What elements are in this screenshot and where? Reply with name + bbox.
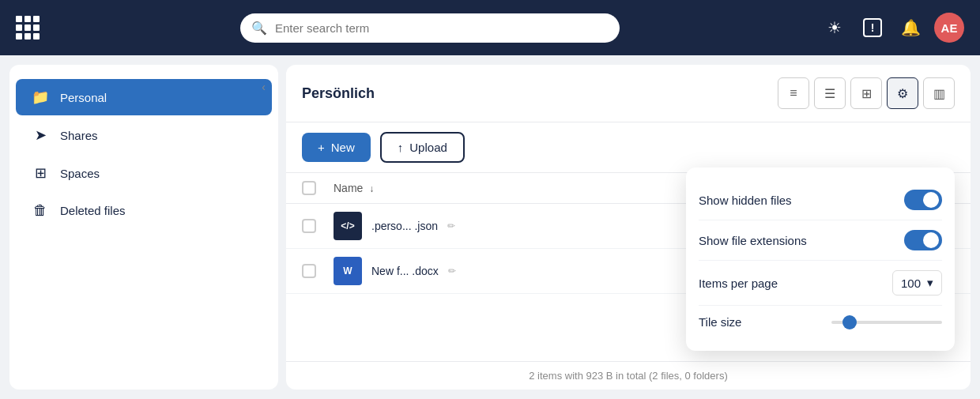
file-checkbox-1[interactable] <box>302 219 334 233</box>
sidebar: ‹ 📁 Personal ➤ Shares ⊞ Spaces 🗑 Deleted… <box>9 65 278 390</box>
settings-dropdown: Show hidden files Show file extensions I… <box>686 168 955 351</box>
checkbox-2[interactable] <box>302 264 316 278</box>
show-extensions-toggle[interactable] <box>904 230 942 250</box>
compact-list-icon: ≡ <box>790 86 797 100</box>
sidebar-item-spaces-label: Spaces <box>60 167 100 180</box>
main-container: ‹ 📁 Personal ➤ Shares ⊞ Spaces 🗑 Deleted… <box>0 55 980 399</box>
avatar[interactable]: AE <box>934 13 964 43</box>
items-per-page-label: Items per page <box>699 277 778 290</box>
new-button[interactable]: + New <box>302 133 371 162</box>
file-name-2: New f... .docx <box>371 265 439 277</box>
navbar-right: ☀ ! 🔔 AE <box>820 13 964 43</box>
notifications-info-button[interactable]: ! <box>858 13 887 42</box>
apps-icon[interactable] <box>16 16 40 40</box>
bell-icon: 🔔 <box>901 18 921 37</box>
view-grid-button[interactable]: ⊞ <box>850 77 882 109</box>
view-controls: ≡ ☰ ⊞ ⚙ ▥ <box>778 77 955 109</box>
tile-size-slider[interactable] <box>831 321 942 324</box>
new-label: New <box>331 141 355 154</box>
sidebar-collapse-button[interactable]: ‹ <box>258 77 269 96</box>
chevron-down-icon: ▾ <box>927 276 933 290</box>
sort-arrow-icon: ↓ <box>369 183 374 194</box>
folder-icon: 📁 <box>32 88 49 106</box>
navbar-left <box>16 16 40 40</box>
file-toolbar: + New ↑ Upload <box>286 122 971 173</box>
sun-icon: ☀ <box>827 18 842 37</box>
upload-icon: ↑ <box>398 141 404 154</box>
alert-icon: ! <box>863 18 882 37</box>
file-panel: Persönlich ≡ ☰ ⊞ ⚙ ▥ <box>286 65 971 390</box>
slider-track[interactable] <box>831 321 942 324</box>
show-hidden-files-row: Show hidden files <box>699 180 942 220</box>
trash-icon: 🗑 <box>32 202 49 219</box>
docx-file-icon: W <box>334 257 362 285</box>
show-hidden-files-label: Show hidden files <box>699 194 792 207</box>
sidebar-item-spaces[interactable]: ⊞ Spaces <box>16 155 272 191</box>
spaces-icon: ⊞ <box>32 164 49 182</box>
select-all-checkbox[interactable] <box>302 181 316 195</box>
show-hidden-files-toggle[interactable] <box>904 190 942 210</box>
search-input[interactable] <box>240 13 620 43</box>
gear-icon: ⚙ <box>897 86 908 101</box>
split-icon: ▥ <box>933 86 945 101</box>
slider-thumb[interactable] <box>842 315 857 329</box>
plus-icon: + <box>318 141 325 154</box>
json-file-icon: </> <box>334 212 362 240</box>
theme-toggle-button[interactable]: ☀ <box>820 13 849 42</box>
status-bar: 2 items with 923 B in total (2 files, 0 … <box>286 361 971 390</box>
sidebar-item-deleted-label: Deleted files <box>60 204 126 217</box>
page-title: Persönlich <box>302 85 375 102</box>
items-per-page-select[interactable]: 100 ▾ <box>892 270 942 295</box>
search-bar: 🔍 <box>240 13 620 43</box>
show-extensions-row: Show file extensions <box>699 220 942 261</box>
sidebar-item-shares-label: Shares <box>60 129 98 142</box>
list-icon: ☰ <box>824 86 835 101</box>
view-compact-list-button[interactable]: ≡ <box>778 77 809 109</box>
search-icon: 🔍 <box>251 21 267 36</box>
items-per-page-row: Items per page 100 ▾ <box>699 261 942 306</box>
view-settings-button[interactable]: ⚙ <box>887 77 918 109</box>
sidebar-item-shares[interactable]: ➤ Shares <box>16 117 272 153</box>
upload-label: Upload <box>409 141 447 154</box>
sidebar-item-deleted[interactable]: 🗑 Deleted files <box>16 193 272 228</box>
edit-filename-icon-2[interactable]: ✏ <box>448 265 456 277</box>
sidebar-item-personal-label: Personal <box>60 91 107 104</box>
sidebar-item-personal[interactable]: 📁 Personal <box>16 79 272 115</box>
tile-size-row: Tile size <box>699 306 942 338</box>
file-name-1: .perso... .json <box>371 220 438 232</box>
header-check <box>302 181 334 195</box>
navbar: 🔍 ☀ ! 🔔 AE <box>0 0 980 55</box>
share-icon: ➤ <box>32 126 49 144</box>
tile-size-label: Tile size <box>699 315 741 329</box>
view-split-button[interactable]: ▥ <box>923 77 955 109</box>
edit-filename-icon-1[interactable]: ✏ <box>447 220 455 231</box>
grid-icon: ⊞ <box>861 86 872 101</box>
show-extensions-label: Show file extensions <box>699 234 807 247</box>
items-per-page-value: 100 <box>901 277 921 290</box>
checkbox-1[interactable] <box>302 219 316 233</box>
file-header: Persönlich ≡ ☰ ⊞ ⚙ ▥ <box>286 65 971 122</box>
upload-button[interactable]: ↑ Upload <box>380 132 465 163</box>
view-list-button[interactable]: ☰ <box>814 77 846 109</box>
file-checkbox-2[interactable] <box>302 264 334 278</box>
bell-icon-button[interactable]: 🔔 <box>896 13 925 42</box>
